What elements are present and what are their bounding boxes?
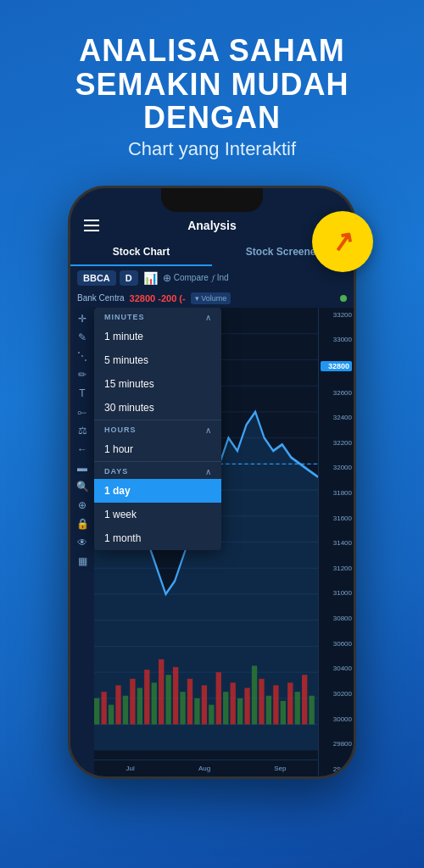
dropdown-15min[interactable]: 15 minutes bbox=[94, 372, 221, 396]
period-button[interactable]: D bbox=[120, 270, 138, 286]
hero-section: ANALISA SAHAM SEMAKIN MUDAH DENGAN Chart… bbox=[0, 0, 424, 177]
zoom-icon[interactable]: 🔍 bbox=[76, 481, 89, 492]
svg-rect-24 bbox=[137, 687, 142, 724]
svg-rect-28 bbox=[165, 675, 170, 724]
minutes-chevron: ∧ bbox=[205, 313, 211, 322]
svg-rect-48 bbox=[309, 696, 314, 725]
svg-rect-41 bbox=[259, 679, 264, 725]
hours-section-header: HOURS ∧ bbox=[94, 420, 221, 437]
chart-type-icon[interactable]: 📊 bbox=[142, 270, 159, 287]
days-chevron: ∧ bbox=[205, 467, 211, 476]
price-axis: 33200 33000 32800 32600 32400 32200 3200… bbox=[318, 308, 354, 776]
time-label-sep: Sep bbox=[274, 765, 286, 772]
price-30800: 30800 bbox=[321, 615, 352, 622]
volume-badge[interactable]: ▾ Volume bbox=[191, 292, 232, 304]
indicator-button[interactable]: 𝑓 Ind bbox=[212, 273, 229, 283]
grid-icon[interactable]: ▦ bbox=[78, 555, 87, 567]
phone-frame: Analysis Stock Chart Stock Screener BBCA… bbox=[68, 186, 356, 779]
trendline-icon[interactable]: ⋱ bbox=[77, 350, 87, 362]
dropdown-5min[interactable]: 5 minutes bbox=[94, 348, 221, 372]
time-label-jul: Jul bbox=[126, 765, 135, 772]
chart-area: ✛ ✎ ⋱ ✏ T ⟜ ⚖ ← ▬ 🔍 ⊕ 🔒 👁 ▦ bbox=[70, 308, 354, 776]
price-31000: 31000 bbox=[321, 589, 352, 597]
price-30400: 30400 bbox=[321, 665, 352, 672]
dropdown-1hour[interactable]: 1 hour bbox=[94, 437, 221, 461]
svg-rect-27 bbox=[159, 659, 164, 725]
svg-rect-18 bbox=[94, 698, 99, 725]
dropdown-1min[interactable]: 1 minute bbox=[94, 325, 221, 348]
price-30000: 30000 bbox=[321, 715, 352, 723]
svg-rect-40 bbox=[252, 665, 257, 724]
svg-rect-34 bbox=[209, 704, 214, 724]
price-31200: 31200 bbox=[321, 565, 352, 572]
svg-rect-43 bbox=[273, 685, 278, 724]
lock-icon[interactable]: 🔒 bbox=[76, 518, 89, 530]
tab-stock-chart[interactable]: Stock Chart bbox=[70, 239, 212, 266]
hero-title-line2: SEMAKIN MUDAH DENGAN bbox=[17, 68, 407, 135]
price-current: 32800 bbox=[321, 361, 352, 371]
price-31600: 31600 bbox=[321, 515, 352, 522]
svg-rect-35 bbox=[216, 672, 221, 724]
trend-icon: ↗ bbox=[328, 224, 356, 259]
magnet-icon[interactable]: ⊕ bbox=[78, 499, 86, 511]
hero-subtitle: Chart yang Interaktif bbox=[17, 138, 407, 160]
nav-header: Analysis bbox=[70, 212, 354, 239]
svg-rect-31 bbox=[187, 679, 192, 725]
hours-chevron: ∧ bbox=[205, 426, 211, 435]
minutes-label: MINUTES bbox=[104, 313, 145, 321]
svg-rect-19 bbox=[101, 692, 106, 724]
draw-icon[interactable]: ✎ bbox=[78, 331, 86, 343]
price-33000: 33000 bbox=[321, 336, 352, 343]
price-31800: 31800 bbox=[321, 489, 352, 497]
left-toolbar: ✛ ✎ ⋱ ✏ T ⟜ ⚖ ← ▬ 🔍 ⊕ 🔒 👁 ▦ bbox=[70, 308, 94, 776]
pencil-icon[interactable]: ✏ bbox=[78, 369, 86, 381]
nav-title: Analysis bbox=[187, 219, 237, 232]
dropdown-1month[interactable]: 1 month bbox=[94, 526, 221, 550]
compare-button[interactable]: ⊕ Compare bbox=[163, 272, 209, 284]
svg-rect-30 bbox=[180, 692, 185, 724]
svg-rect-22 bbox=[123, 696, 128, 725]
price-29600: 29600 bbox=[321, 765, 352, 773]
svg-rect-23 bbox=[130, 679, 135, 725]
dropdown-30min[interactable]: 30 minutes bbox=[94, 396, 221, 420]
price-29800: 29800 bbox=[321, 740, 352, 748]
hamburger-menu[interactable] bbox=[84, 220, 99, 231]
stock-name: Bank Centra bbox=[77, 293, 125, 303]
text-icon[interactable]: T bbox=[79, 387, 85, 399]
live-indicator bbox=[340, 295, 347, 302]
svg-rect-29 bbox=[173, 667, 178, 725]
dropdown-1week[interactable]: 1 week bbox=[94, 503, 221, 526]
svg-rect-45 bbox=[287, 682, 293, 724]
svg-rect-25 bbox=[144, 670, 149, 725]
crosshair-icon[interactable]: ✛ bbox=[78, 313, 86, 325]
price-33200: 33200 bbox=[321, 311, 352, 319]
price-30200: 30200 bbox=[321, 690, 352, 698]
stock-price: 32800 -200 (- bbox=[130, 293, 186, 303]
ticker-button[interactable]: BBCA bbox=[77, 270, 116, 286]
eye-icon[interactable]: 👁 bbox=[77, 537, 87, 548]
svg-rect-47 bbox=[302, 675, 307, 724]
measure-icon[interactable]: ⚖ bbox=[78, 425, 87, 437]
price-32000: 32000 bbox=[321, 464, 352, 471]
svg-rect-38 bbox=[237, 698, 243, 725]
hours-label: HOURS bbox=[104, 426, 137, 434]
price-32200: 32200 bbox=[321, 439, 352, 447]
period-dropdown: MINUTES ∧ 1 minute 5 minutes 15 minutes … bbox=[94, 308, 221, 550]
svg-rect-39 bbox=[244, 687, 249, 724]
phone-notch bbox=[161, 188, 263, 212]
svg-rect-26 bbox=[152, 682, 157, 724]
price-32400: 32400 bbox=[321, 414, 352, 421]
back-icon[interactable]: ← bbox=[77, 443, 87, 455]
price-30600: 30600 bbox=[321, 640, 352, 648]
time-axis: Jul Aug Sep bbox=[94, 760, 318, 776]
hero-title-line1: ANALISA SAHAM bbox=[17, 34, 407, 68]
svg-rect-32 bbox=[194, 698, 199, 725]
trend-badge: ↗ bbox=[312, 211, 373, 272]
svg-rect-33 bbox=[202, 685, 207, 724]
dropdown-1day[interactable]: 1 day bbox=[94, 479, 221, 503]
line-icon[interactable]: ▬ bbox=[77, 462, 87, 474]
phone-wrapper: ↗ Analysis Stock Chart Stock Screener bbox=[68, 186, 356, 779]
chart-toolbar: BBCA D 📊 ⊕ Compare 𝑓 Ind bbox=[70, 266, 354, 290]
fib-icon[interactable]: ⟜ bbox=[77, 406, 87, 418]
svg-rect-36 bbox=[223, 692, 228, 724]
